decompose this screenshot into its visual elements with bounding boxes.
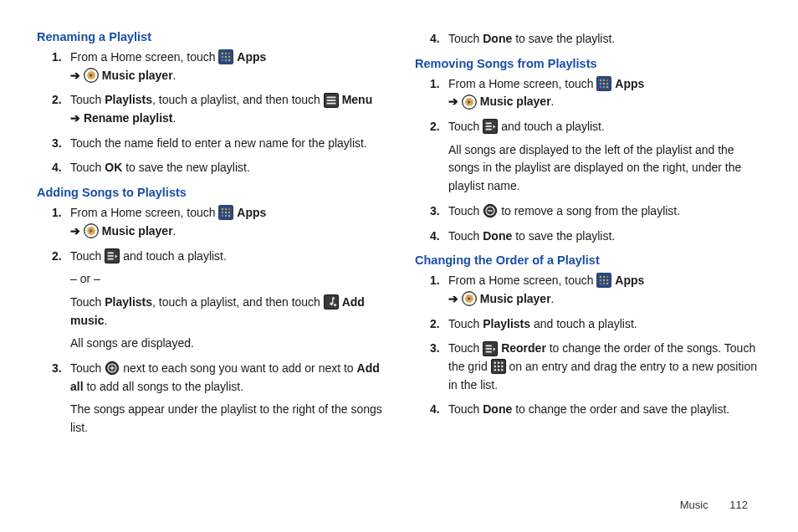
text: From a Home screen, touch [70, 206, 218, 219]
text: to remove a song from the playlist. [501, 204, 680, 217]
menu-label: Menu [342, 93, 373, 106]
steps-changing: From a Home screen, touch Apps ➔ Music p… [415, 272, 761, 419]
period: . [173, 224, 176, 238]
text: Touch [448, 32, 483, 45]
reorder-label: Reorder [501, 341, 546, 355]
music-player-label: Music player [480, 292, 551, 305]
music-player-icon [84, 68, 99, 83]
text: , touch a playlist, and then touch [152, 93, 324, 106]
text: to add all songs to the playlist. [84, 380, 243, 393]
period: . [551, 95, 555, 108]
text: Touch [70, 361, 105, 375]
step: Touch Done to save the playlist. [448, 228, 761, 246]
music-player-icon [84, 223, 99, 238]
music-player-label: Music player [480, 95, 551, 108]
ok-label: OK [105, 161, 122, 174]
apps-label: Apps [615, 274, 644, 287]
heading-removing: Removing Songs from Playlists [415, 57, 761, 70]
text: next to each song you want to add or nex… [123, 361, 356, 375]
text: From a Home screen, touch [448, 77, 596, 90]
apps-icon [218, 205, 233, 220]
apps-label: Apps [237, 206, 266, 219]
music-player-icon [462, 291, 477, 306]
text: and touch a playlist. [123, 249, 227, 263]
text: From a Home screen, touch [70, 50, 218, 64]
left-column: Renaming a Playlist From a Home screen, … [37, 30, 383, 446]
text: Touch [70, 249, 105, 263]
music-player-icon [462, 95, 477, 110]
steps-renaming: From a Home screen, touch Apps ➔ Music p… [37, 49, 383, 177]
grid-handle-icon [491, 359, 506, 374]
manual-page: Renaming a Playlist From a Home screen, … [0, 0, 798, 446]
period: . [551, 292, 555, 305]
step: Touch and touch a playlist. All songs ar… [448, 118, 761, 196]
remove-circle-icon [483, 203, 498, 218]
playlist-icon [483, 119, 498, 134]
step: Touch to remove a song from the playlist… [448, 202, 761, 221]
text: to save the playlist. [512, 229, 615, 243]
music-player-label: Music player [102, 224, 173, 238]
or-text: – or – [70, 270, 383, 289]
done-label: Done [483, 402, 512, 416]
text: Touch [448, 317, 483, 330]
steps-removing: From a Home screen, touch Apps ➔ Music p… [415, 75, 761, 246]
steps-adding: From a Home screen, touch Apps ➔ Music p… [37, 204, 383, 437]
footer-page-number: 112 [729, 499, 748, 511]
add-circle-icon [105, 361, 120, 376]
text: Touch [70, 161, 105, 174]
playlist-icon [483, 341, 498, 356]
arrow-icon: ➔ [70, 69, 80, 82]
step: Touch Reorder to change the order of the… [448, 340, 761, 394]
text: All songs are displayed. [70, 335, 383, 353]
apps-icon [218, 49, 233, 64]
period: . [173, 69, 176, 82]
period: . [173, 111, 176, 125]
heading-changing: Changing the Order of a Playlist [415, 253, 761, 267]
text: Touch [448, 120, 483, 133]
period: . [104, 314, 107, 327]
text: All songs are displayed to the left of t… [448, 141, 761, 196]
step: Touch Playlists and touch a playlist. [448, 315, 761, 334]
text: Touch [448, 402, 483, 416]
step: Touch OK to save the new playlist. [70, 159, 383, 177]
step: Touch Done to save the playlist. [448, 30, 761, 49]
heading-renaming: Renaming a Playlist [37, 30, 383, 43]
steps-adding-cont: Touch Done to save the playlist. [415, 30, 761, 49]
arrow-icon: ➔ [448, 292, 458, 305]
arrow-icon: ➔ [448, 95, 458, 108]
step: From a Home screen, touch Apps ➔ Music p… [448, 272, 761, 308]
arrow-icon: ➔ [70, 111, 80, 125]
text: to save the playlist. [512, 32, 615, 45]
text: and touch a playlist. [530, 317, 637, 330]
step: Touch Done to change the order and save … [448, 401, 761, 419]
apps-icon [596, 76, 611, 91]
text: The songs appear under the playlist to t… [70, 401, 383, 437]
text: Touch [70, 93, 105, 106]
playlist-icon [105, 248, 120, 263]
music-player-label: Music player [102, 69, 173, 82]
rename-label: Rename playlist [84, 111, 173, 125]
arrow-icon: ➔ [70, 224, 80, 238]
step: Touch next to each song you want to add … [70, 360, 383, 437]
playlists-label: Playlists [105, 93, 152, 106]
apps-label: Apps [615, 77, 644, 90]
playlists-label: Playlists [105, 295, 152, 309]
step: Touch the name field to enter a new name… [70, 135, 383, 153]
menu-icon [324, 93, 339, 108]
done-label: Done [483, 32, 512, 45]
text: to save the new playlist. [122, 161, 250, 174]
step: Touch and touch a playlist. – or – Touch… [70, 248, 383, 353]
step: Touch Playlists, touch a playlist, and t… [70, 91, 383, 127]
apps-label: Apps [237, 50, 266, 64]
right-column: Touch Done to save the playlist. Removin… [415, 30, 761, 446]
text: Touch Playlists, touch a playlist, and t… [70, 294, 383, 330]
step: From a Home screen, touch Apps ➔ Music p… [70, 204, 383, 240]
text: From a Home screen, touch [448, 274, 596, 287]
footer-section: Music [680, 499, 708, 511]
playlists-label: Playlists [483, 317, 530, 330]
step: From a Home screen, touch Apps ➔ Music p… [70, 49, 383, 84]
text: to change the order and save the playlis… [512, 402, 729, 416]
text: Touch [448, 204, 483, 217]
done-label: Done [483, 229, 512, 243]
apps-icon [596, 273, 611, 288]
